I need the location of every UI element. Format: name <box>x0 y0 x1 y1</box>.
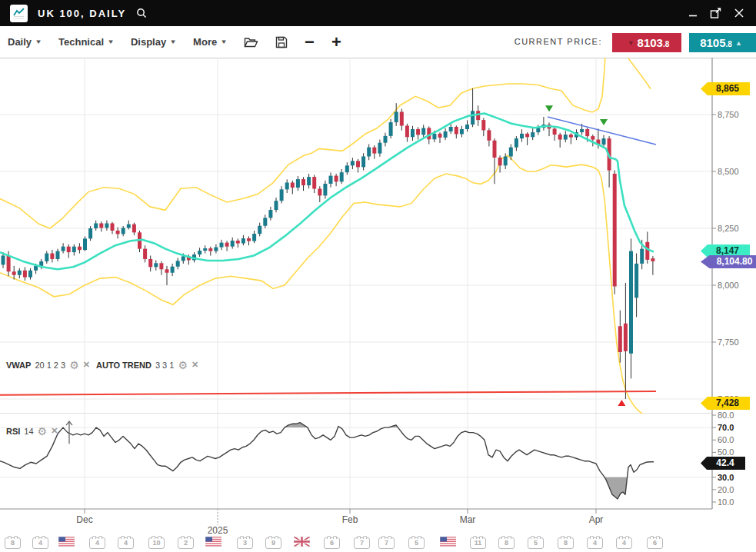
candle-body[interactable] <box>493 141 497 158</box>
candle-body[interactable] <box>263 218 267 225</box>
candle-body[interactable] <box>356 161 360 167</box>
candle-body[interactable] <box>361 156 365 167</box>
candle-body[interactable] <box>236 241 240 244</box>
candle-body[interactable] <box>307 177 311 185</box>
candle-body[interactable] <box>318 188 321 195</box>
candle-body[interactable] <box>182 256 185 261</box>
candle-body[interactable] <box>165 269 169 272</box>
candle-body[interactable] <box>378 143 381 154</box>
candle-body[interactable] <box>329 176 333 184</box>
candle-body[interactable] <box>444 131 448 138</box>
candle-body[interactable] <box>558 135 562 140</box>
candle-body[interactable] <box>56 251 60 259</box>
candle-body[interactable] <box>421 128 425 135</box>
candle-body[interactable] <box>132 224 136 233</box>
candle-body[interactable] <box>67 247 71 252</box>
candle-body[interactable] <box>367 148 371 157</box>
candle-body[interactable] <box>208 248 212 251</box>
candle-body[interactable] <box>241 238 245 244</box>
candle-body[interactable] <box>280 189 284 201</box>
candle-body[interactable] <box>449 127 453 131</box>
candle-body[interactable] <box>18 271 22 275</box>
candle-body[interactable] <box>323 184 327 195</box>
candle-body[interactable] <box>23 271 27 278</box>
candle-body[interactable] <box>564 135 568 140</box>
candle-body[interactable] <box>39 261 43 266</box>
candle-body[interactable] <box>384 136 388 143</box>
candle-body[interactable] <box>296 179 300 188</box>
candle-body[interactable] <box>372 148 376 154</box>
candle-body[interactable] <box>525 134 529 137</box>
candle-body[interactable] <box>504 156 508 165</box>
candle-body[interactable] <box>83 238 87 250</box>
candle-body[interactable] <box>345 165 349 172</box>
chart-canvas[interactable] <box>0 0 756 552</box>
candle-body[interactable] <box>569 135 573 138</box>
candle-body[interactable] <box>438 134 442 138</box>
candle-body[interactable] <box>585 129 589 136</box>
candle-body[interactable] <box>159 263 163 269</box>
candle-body[interactable] <box>531 132 535 137</box>
candle-body[interactable] <box>203 248 207 251</box>
candle-body[interactable] <box>34 266 38 271</box>
candle-body[interactable] <box>335 176 338 182</box>
candle-body[interactable] <box>640 249 644 264</box>
candle-body[interactable] <box>618 326 622 352</box>
candle-body[interactable] <box>231 241 235 247</box>
candle-body[interactable] <box>455 127 458 134</box>
candle-body[interactable] <box>498 158 502 165</box>
buy-signal-marker[interactable] <box>618 400 625 406</box>
candle-body[interactable] <box>7 256 11 272</box>
candle-body[interactable] <box>78 247 82 250</box>
candle-body[interactable] <box>247 238 251 241</box>
candle-body[interactable] <box>225 243 229 247</box>
candle-body[interactable] <box>143 249 147 259</box>
candle-body[interactable] <box>220 243 224 248</box>
candle-body[interactable] <box>351 161 355 165</box>
candle-body[interactable] <box>312 177 316 188</box>
candle-body[interactable] <box>148 259 152 267</box>
candle-body[interactable] <box>116 231 120 234</box>
candle-body[interactable] <box>258 226 261 234</box>
candle-body[interactable] <box>613 174 617 287</box>
vwap-settings-icon[interactable]: ⚙ <box>69 361 79 370</box>
candle-body[interactable] <box>629 251 633 354</box>
autotrend-settings-icon[interactable]: ⚙ <box>178 361 188 370</box>
candle-body[interactable] <box>127 224 131 228</box>
candle-body[interactable] <box>411 129 415 137</box>
candle-body[interactable] <box>94 223 98 228</box>
candle-body[interactable] <box>12 271 16 274</box>
candle-body[interactable] <box>481 120 485 130</box>
candle-body[interactable] <box>536 128 540 132</box>
candle-body[interactable] <box>301 179 305 185</box>
candle-body[interactable] <box>460 129 464 135</box>
candle-body[interactable] <box>591 136 594 139</box>
candle-body[interactable] <box>28 271 32 278</box>
candle-body[interactable] <box>45 254 48 261</box>
candle-body[interactable] <box>487 130 491 140</box>
candle-body[interactable] <box>50 254 54 259</box>
candle-body[interactable] <box>471 111 475 125</box>
candle-body[interactable] <box>105 223 108 228</box>
candle-body[interactable] <box>553 128 557 135</box>
candle-body[interactable] <box>405 126 409 138</box>
rsi-settings-icon[interactable]: ⚙ <box>38 427 48 436</box>
candle-body[interactable] <box>285 183 289 190</box>
candle-body[interactable] <box>602 138 606 145</box>
candle-body[interactable] <box>515 138 518 148</box>
candle-body[interactable] <box>176 261 180 266</box>
candle-body[interactable] <box>72 247 76 252</box>
candle-body[interactable] <box>122 228 125 234</box>
candle-body[interactable] <box>88 228 92 238</box>
candle-body[interactable] <box>634 264 638 298</box>
candle-body[interactable] <box>154 263 158 267</box>
sell-signal-marker[interactable] <box>545 105 553 111</box>
candle-body[interactable] <box>340 172 344 181</box>
autotrend-remove-icon[interactable]: ✕ <box>191 360 198 370</box>
candle-body[interactable] <box>171 267 175 273</box>
candle-body[interactable] <box>62 247 65 251</box>
candle-body[interactable] <box>416 129 420 135</box>
rsi-remove-icon[interactable]: ✕ <box>51 426 58 436</box>
candle-body[interactable] <box>268 210 272 218</box>
candle-body[interactable] <box>111 223 115 230</box>
